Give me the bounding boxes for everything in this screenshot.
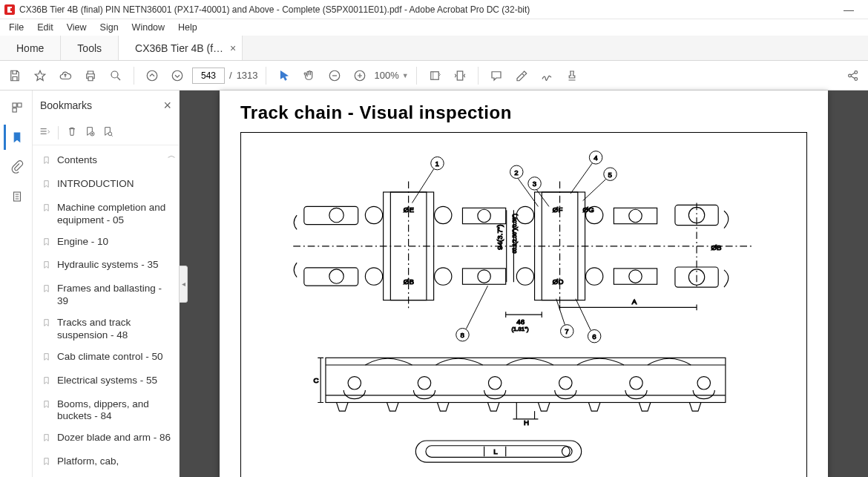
svg-point-91 <box>559 377 572 389</box>
close-panel-icon[interactable]: × <box>163 98 171 114</box>
bookmark-item[interactable]: Engine - 10 <box>39 231 176 255</box>
print-icon[interactable] <box>80 65 101 86</box>
svg-rect-20 <box>304 206 358 224</box>
bookmark-icon <box>42 375 51 389</box>
bookmark-icon <box>42 179 51 193</box>
page-indicator: / 1313 <box>192 68 258 84</box>
bookmark-item[interactable]: Tracks and track suspension - 48 <box>39 312 176 346</box>
document-viewport[interactable]: ◂ Track chain - Visual inspection <box>180 91 868 477</box>
svg-point-15 <box>108 132 112 136</box>
tab-tools[interactable]: Tools <box>61 36 119 60</box>
bookmark-label: Frames and ballasting - 39 <box>57 283 173 308</box>
zoom-in-icon[interactable] <box>349 65 370 86</box>
save-icon[interactable] <box>4 65 25 86</box>
tab-home[interactable]: Home <box>0 36 61 60</box>
svg-rect-5 <box>430 71 438 79</box>
svg-rect-49 <box>614 208 657 223</box>
page-down-icon[interactable] <box>167 65 188 86</box>
fit-page-icon[interactable] <box>450 65 470 86</box>
menu-sign[interactable]: Sign <box>94 21 125 34</box>
bookmark-icon <box>42 260 51 274</box>
svg-rect-101 <box>426 446 570 458</box>
rail-thumbnails[interactable] <box>4 95 29 120</box>
svg-point-27 <box>365 268 382 285</box>
svg-text:L: L <box>493 447 498 455</box>
highlight-icon[interactable] <box>511 65 532 86</box>
bookmarks-delete-icon[interactable] <box>66 125 78 139</box>
svg-text:C: C <box>313 376 318 384</box>
bookmarks-tree[interactable]: ︿ ContentsINTRODUCTIONMachine completion… <box>33 145 179 477</box>
svg-point-45 <box>586 268 603 285</box>
svg-point-52 <box>629 270 642 283</box>
page-up-icon[interactable] <box>142 65 162 86</box>
svg-text:46: 46 <box>516 318 525 326</box>
cloud-icon[interactable] <box>55 65 76 86</box>
comment-icon[interactable] <box>486 65 507 86</box>
bookmark-icon <box>42 352 51 366</box>
share-icon[interactable] <box>843 65 864 86</box>
search-icon[interactable] <box>105 65 126 86</box>
stamp-icon[interactable] <box>562 65 582 86</box>
svg-point-0 <box>111 71 118 78</box>
bookmark-item[interactable]: Cab climate control - 50 <box>39 346 176 370</box>
bookmark-item[interactable]: Platform, cab, <box>39 451 176 475</box>
menu-help[interactable]: Help <box>172 21 203 34</box>
svg-point-1 <box>147 70 157 81</box>
bookmark-label: Electrical systems - 55 <box>57 375 157 387</box>
scroll-up-icon[interactable]: ︿ <box>168 150 176 161</box>
svg-rect-11 <box>18 103 22 107</box>
bookmarks-new-icon[interactable] <box>84 125 96 139</box>
bookmarks-toolbar <box>33 120 179 145</box>
svg-text:6: 6 <box>592 332 596 341</box>
svg-text:4: 4 <box>594 154 598 162</box>
svg-text:65.1(2.56")(0.59"): 65.1(2.56")(0.59") <box>512 214 518 253</box>
menu-view[interactable]: View <box>61 21 93 34</box>
bookmarks-find-icon[interactable] <box>102 125 114 139</box>
tab-document[interactable]: CX36B Tier 4B (final... × <box>119 36 243 60</box>
svg-line-80 <box>576 299 591 331</box>
hand-icon[interactable] <box>299 65 320 86</box>
menu-window[interactable]: Window <box>126 21 171 34</box>
bookmarks-options-icon[interactable] <box>39 125 50 139</box>
collapse-sidebar-handle[interactable]: ◂ <box>179 266 188 303</box>
svg-point-92 <box>630 377 642 389</box>
bookmark-item[interactable]: Booms, dippers, and buckets - 84 <box>39 394 176 428</box>
bookmark-item[interactable]: Frames and ballasting - 39 <box>39 278 176 312</box>
window-titlebar: CX36B Tier 4B (final) PIN NETN36001 (PX1… <box>0 0 868 19</box>
menu-file[interactable]: File <box>3 21 30 34</box>
svg-point-23 <box>329 269 343 283</box>
svg-text:2: 2 <box>514 168 518 177</box>
selection-arrow-icon[interactable] <box>274 65 295 86</box>
svg-point-88 <box>348 377 361 389</box>
zoom-out-icon[interactable] <box>324 65 345 86</box>
svg-point-42 <box>516 206 533 223</box>
bookmark-item[interactable]: INTRODUCTION <box>39 174 176 197</box>
svg-rect-21 <box>304 268 358 286</box>
zoom-level[interactable]: 100%▼ <box>375 70 409 81</box>
bookmark-item[interactable]: Machine completion and equipment - 05 <box>39 197 176 231</box>
star-icon[interactable] <box>30 65 50 86</box>
rail-attachments[interactable] <box>4 154 29 180</box>
tab-close-icon[interactable]: × <box>230 42 236 54</box>
current-page-input[interactable] <box>192 68 225 84</box>
fit-width-icon[interactable] <box>424 65 445 86</box>
bookmark-label: Machine completion and equipment - 05 <box>57 202 173 227</box>
bookmark-item[interactable]: Electrical systems - 55 <box>39 370 176 394</box>
bookmark-icon <box>42 155 51 169</box>
bookmark-item[interactable]: Contents <box>39 150 176 174</box>
svg-point-35 <box>478 270 490 283</box>
svg-point-28 <box>435 206 452 223</box>
bookmark-item[interactable]: Hydraulic systems - 35 <box>39 254 176 278</box>
rail-bookmarks[interactable] <box>4 125 29 150</box>
bookmark-item[interactable]: Dozer blade and arm - 86 <box>39 427 176 451</box>
tab-bar: Home Tools CX36B Tier 4B (final... × <box>0 36 868 61</box>
sign-icon[interactable] <box>536 65 557 86</box>
svg-rect-33 <box>462 269 505 284</box>
bookmark-label: Cab climate control - 50 <box>57 351 163 363</box>
svg-text:ØB: ØB <box>711 243 721 251</box>
svg-text:ØG: ØG <box>583 205 594 214</box>
tab-document-label: CX36B Tier 4B (final... <box>135 42 224 54</box>
rail-layers[interactable] <box>4 184 29 209</box>
menu-edit[interactable]: Edit <box>31 21 59 34</box>
minimize-button[interactable]: — <box>834 4 864 16</box>
